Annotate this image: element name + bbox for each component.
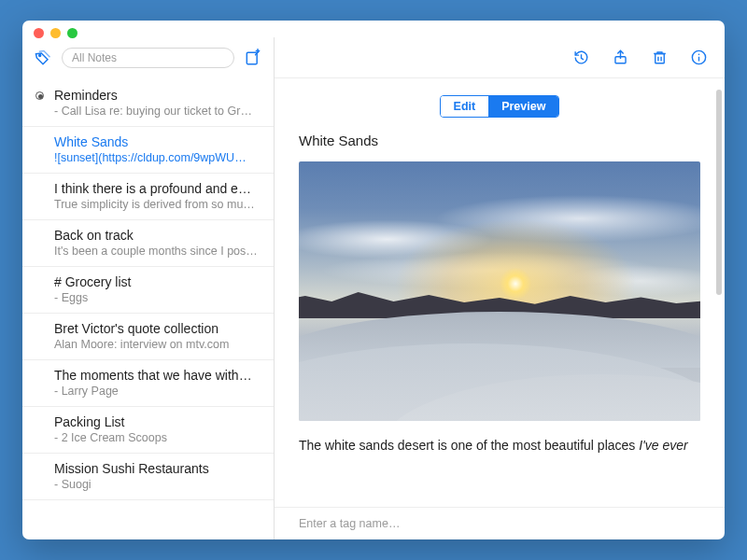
main-toolbar	[275, 37, 725, 78]
window-titlebar	[22, 21, 725, 37]
note-title: I think there is a profound and e…	[54, 181, 261, 196]
note-title: Packing List	[54, 414, 261, 429]
content-split: All Notes Reminders- Call Lisa re: buyin…	[22, 37, 725, 539]
svg-point-0	[39, 55, 41, 57]
note-title: The moments that we have with…	[54, 368, 261, 383]
pin-icon	[35, 91, 44, 100]
tag-input[interactable]: Enter a tag name…	[275, 507, 725, 539]
note-subtitle: - Larry Page	[54, 385, 261, 398]
note-title: Reminders	[54, 88, 261, 103]
share-icon[interactable]	[609, 47, 631, 69]
note-title: Back on track	[54, 228, 261, 243]
window-close-button[interactable]	[34, 28, 44, 38]
note-title: White Sands	[54, 134, 261, 149]
note-subtitle: ![sunset](https://cldup.com/9wpWU…	[54, 151, 261, 164]
info-icon[interactable]	[687, 47, 710, 69]
tags-icon[interactable]	[32, 47, 54, 69]
sidebar-toolbar: All Notes	[22, 37, 274, 78]
svg-rect-3	[655, 54, 664, 63]
note-item[interactable]: Bret Victor's quote collectionAlan Moore…	[22, 314, 274, 360]
compose-icon[interactable]	[242, 47, 264, 69]
edit-preview-segmented: Edit Preview	[440, 95, 560, 118]
window-zoom-button[interactable]	[67, 28, 78, 38]
note-subtitle: It's been a couple months since I pos…	[54, 245, 261, 258]
document-body: The white sands desert is one of the mos…	[299, 436, 700, 455]
app-window: All Notes Reminders- Call Lisa re: buyin…	[22, 21, 725, 539]
svg-point-5	[698, 54, 699, 56]
note-title: # Grocery list	[54, 274, 261, 289]
segmented-edit-button[interactable]: Edit	[441, 96, 489, 117]
search-input[interactable]: All Notes	[62, 48, 234, 68]
segmented-preview-button[interactable]: Preview	[488, 96, 558, 117]
note-subtitle: - Eggs	[54, 291, 261, 304]
note-subtitle: - Call Lisa re: buying our ticket to Gr…	[54, 105, 261, 118]
note-list[interactable]: Reminders- Call Lisa re: buying our tick…	[22, 78, 274, 539]
editor-scroll[interactable]: Edit Preview White Sands The white sands…	[275, 78, 725, 507]
window-minimize-button[interactable]	[50, 28, 61, 38]
note-item[interactable]: # Grocery list- Eggs	[22, 267, 274, 314]
tag-input-placeholder: Enter a tag name…	[299, 517, 400, 530]
trash-icon[interactable]	[648, 47, 670, 69]
note-title: Mission Sushi Restaurants	[54, 461, 261, 476]
document-hero-image	[299, 161, 700, 421]
note-subtitle: - Suogi	[54, 478, 261, 491]
note-subtitle: True simplicity is derived from so mu…	[54, 198, 261, 211]
note-item[interactable]: White Sands![sunset](https://cldup.com/9…	[22, 127, 274, 174]
history-icon[interactable]	[570, 47, 592, 69]
scrollbar-thumb[interactable]	[716, 90, 722, 295]
note-item[interactable]: I think there is a profound and e…True s…	[22, 174, 274, 220]
search-placeholder: All Notes	[72, 51, 117, 64]
note-subtitle: Alan Moore: interview on mtv.com	[54, 338, 261, 351]
note-subtitle: - 2 Ice Cream Scoops	[54, 431, 261, 444]
sidebar: All Notes Reminders- Call Lisa re: buyin…	[22, 37, 275, 539]
note-item[interactable]: The moments that we have with…- Larry Pa…	[22, 360, 274, 407]
main-pane: Edit Preview White Sands The white sands…	[275, 37, 725, 539]
note-item[interactable]: Reminders- Call Lisa re: buying our tick…	[22, 78, 274, 127]
note-item[interactable]: Mission Sushi Restaurants- Suogi	[22, 454, 274, 500]
note-item[interactable]: Back on trackIt's been a couple months s…	[22, 220, 274, 267]
note-item[interactable]: Packing List- 2 Ice Cream Scoops	[22, 407, 274, 454]
document-body-plain: The white sands desert is one of the mos…	[299, 438, 639, 453]
document-body-emphasis: I've ever	[639, 438, 687, 453]
document-title: White Sands	[299, 133, 700, 148]
note-title: Bret Victor's quote collection	[54, 321, 261, 336]
